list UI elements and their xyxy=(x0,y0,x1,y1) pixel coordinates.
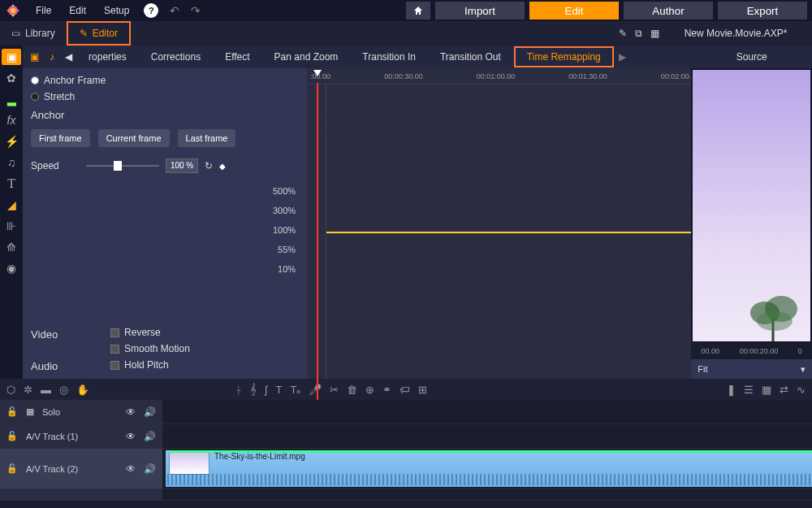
sub-tab-transition-out[interactable]: Transition Out xyxy=(429,48,512,66)
tool-snap-icon[interactable]: ⊕ xyxy=(365,384,374,396)
graph-ruler[interactable]: :00.00 00:00:30.00 00:01:00.00 00:01:30.… xyxy=(307,68,691,85)
remap-graph[interactable] xyxy=(307,85,691,379)
marker-icon[interactable]: ✎ xyxy=(619,28,627,39)
tool-list-icon[interactable]: ☰ xyxy=(744,384,754,396)
eye-icon[interactable]: 👁 xyxy=(126,431,136,442)
rail-folder-icon[interactable]: ▂ xyxy=(2,91,21,107)
grid-icon[interactable]: ▦ xyxy=(650,28,659,39)
sub-tab-time-remapping[interactable]: Time Remapping xyxy=(514,46,614,67)
speaker-icon[interactable]: 🔊 xyxy=(144,431,156,442)
tool-cut-icon[interactable]: ✂ xyxy=(330,384,339,396)
collapse-icon[interactable]: ▦ xyxy=(26,406,34,417)
tool-trash-icon[interactable]: 🗑 xyxy=(347,384,357,396)
rail-audio-icon[interactable]: ⟰ xyxy=(2,239,21,255)
sub-tab-corrections[interactable]: Corrections xyxy=(140,48,212,66)
rail-bolt-icon[interactable]: ⚡ xyxy=(2,133,21,150)
sub-tab-prev-icon[interactable]: ◀ xyxy=(62,51,76,63)
rail-music-icon[interactable]: ♫ xyxy=(2,154,21,171)
rail-pin-icon[interactable]: ◢ xyxy=(2,197,21,213)
tab-editor[interactable]: ✎ Editor xyxy=(67,21,131,46)
fit-dropdown[interactable]: Fit ▾ xyxy=(691,359,812,379)
help-icon[interactable]: ? xyxy=(144,3,158,18)
first-frame-button[interactable]: First frame xyxy=(31,129,90,147)
tool-gear-icon[interactable]: ✲ xyxy=(24,384,32,396)
source-header: Source xyxy=(691,46,812,68)
menu-edit[interactable]: Edit xyxy=(61,2,94,20)
video-section-label: Video xyxy=(31,328,104,341)
track-av2: 🔓 A/V Track (2) 👁 🔊 The-Sky-is-the-Limit… xyxy=(0,449,812,489)
tool-multi-icon[interactable]: ⊞ xyxy=(418,384,427,396)
edit-button[interactable]: Edit xyxy=(529,2,619,20)
smooth-motion-checkbox[interactable]: Smooth Motion xyxy=(110,343,190,354)
speaker-icon[interactable]: 🔊 xyxy=(144,406,156,418)
stretch-radio[interactable]: Stretch xyxy=(31,91,299,102)
speed-curve[interactable] xyxy=(326,232,691,233)
undo-icon[interactable]: ↶ xyxy=(165,2,184,19)
tool-mic-icon[interactable]: 🎤 xyxy=(309,384,322,396)
tool-marker-icon[interactable]: ▬ xyxy=(41,384,51,396)
last-frame-button[interactable]: Last frame xyxy=(178,129,236,147)
keyframe-icon[interactable]: ◆ xyxy=(219,162,226,171)
tool-mark-in-icon[interactable]: ❚ xyxy=(727,384,736,396)
speaker-icon[interactable]: 🔊 xyxy=(144,463,156,475)
hold-pitch-checkbox[interactable]: Hold Pitch xyxy=(110,359,190,371)
sub-tab-pan-zoom[interactable]: Pan and Zoom xyxy=(263,48,350,66)
rail-disc-icon[interactable]: ◉ xyxy=(2,260,21,276)
reverse-checkbox[interactable]: Reverse xyxy=(110,327,190,338)
speed-slider[interactable] xyxy=(86,165,159,167)
reset-icon[interactable]: ↻ xyxy=(205,160,213,172)
redo-icon[interactable]: ↷ xyxy=(186,2,205,19)
rail-media-icon[interactable]: ▣ xyxy=(2,49,21,65)
sub-tab-properties[interactable]: roperties xyxy=(77,48,138,66)
eye-icon[interactable]: 👁 xyxy=(126,406,136,418)
home-button[interactable] xyxy=(406,2,430,20)
lock-icon[interactable]: 🔓 xyxy=(6,406,18,417)
track-body[interactable] xyxy=(162,400,812,423)
playhead-icon[interactable] xyxy=(313,70,322,76)
sub-icon-clip[interactable]: ▣ xyxy=(26,49,42,65)
anchor-frame-radio[interactable]: Anchor Frame xyxy=(31,75,299,86)
source-ruler[interactable]: 00.00 00:00:20.00 0 xyxy=(691,343,812,359)
remap-graph-area: :00.00 00:00:30.00 00:01:00.00 00:01:30.… xyxy=(307,68,691,379)
import-button[interactable]: Import xyxy=(435,2,525,20)
video-clip[interactable]: The-Sky-is-the-Limit.mpg xyxy=(166,450,812,487)
tool-treble-icon[interactable]: 𝄞 xyxy=(250,383,257,396)
rail-piano-icon[interactable]: ⊪ xyxy=(2,218,21,234)
eye-icon[interactable]: 👁 xyxy=(126,463,136,475)
copy-icon[interactable]: ⧉ xyxy=(635,28,642,39)
tool-target-icon[interactable]: ◎ xyxy=(59,384,68,396)
tool-volume-icon[interactable]: ⟊ xyxy=(235,384,242,396)
tool-link-icon[interactable]: ⚭ xyxy=(382,384,391,396)
lock-icon[interactable]: 🔓 xyxy=(6,431,18,441)
menu-setup[interactable]: Setup xyxy=(96,2,137,20)
tool-hand-icon[interactable]: ✋ xyxy=(76,384,89,396)
lock-icon[interactable]: 🔓 xyxy=(6,463,18,474)
track-body[interactable] xyxy=(162,424,812,448)
tool-magnet-icon[interactable]: ⬡ xyxy=(6,384,15,396)
svg-point-1 xyxy=(11,8,15,13)
src-tick: 00.00 xyxy=(702,347,720,355)
speed-label: Speed xyxy=(31,160,80,172)
tool-subtitle-icon[interactable]: Tₐ xyxy=(291,384,301,396)
tool-tag-icon[interactable]: 🏷 xyxy=(400,384,410,396)
sub-icon-music[interactable]: ♪ xyxy=(44,49,60,65)
tool-film-icon[interactable]: ▦ xyxy=(762,384,771,396)
rail-gears-icon[interactable]: ✿ xyxy=(2,70,21,86)
rail-fx-icon[interactable]: fx xyxy=(2,112,21,128)
sub-tab-transition-in[interactable]: Transition In xyxy=(351,48,427,66)
track-body[interactable]: The-Sky-is-the-Limit.mpg xyxy=(162,449,812,488)
sub-tab-effect[interactable]: Effect xyxy=(214,48,261,66)
tool-swap-icon[interactable]: ⇄ xyxy=(780,384,788,396)
current-frame-button[interactable]: Current frame xyxy=(98,129,170,147)
tool-wave-icon[interactable]: ∿ xyxy=(797,384,806,396)
sub-tab-next-icon[interactable]: ▶ xyxy=(615,51,629,63)
menu-file[interactable]: File xyxy=(28,2,59,20)
export-button[interactable]: Export xyxy=(718,2,807,20)
speed-input[interactable]: 100 % xyxy=(166,158,198,173)
tab-library[interactable]: ▭ Library xyxy=(0,21,67,46)
author-button[interactable]: Author xyxy=(624,2,713,20)
tool-title-icon[interactable]: T xyxy=(276,384,283,396)
tool-curve-icon[interactable]: ∫ xyxy=(265,384,268,396)
anchor-frame-label: Anchor Frame xyxy=(44,75,106,86)
rail-text-icon[interactable]: T xyxy=(2,176,21,192)
